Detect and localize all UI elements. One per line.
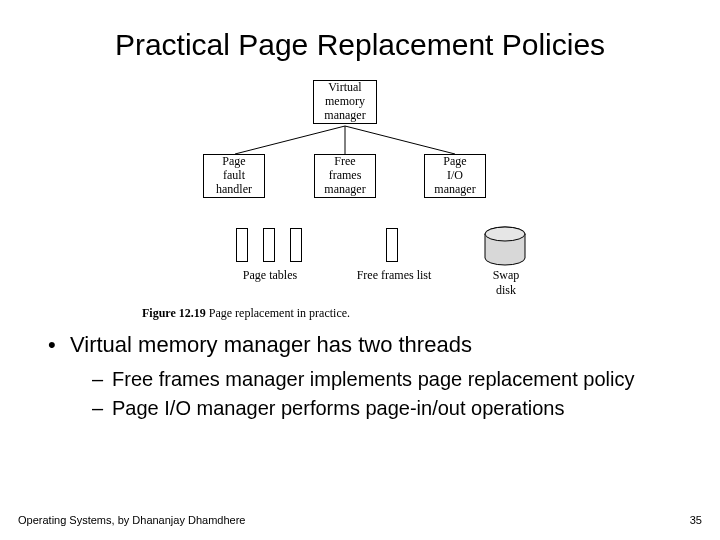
sub-bullet-2: – Page I/O manager performs page-in/out … bbox=[92, 395, 680, 422]
slide: Practical Page Replacement Policies Virt… bbox=[0, 0, 720, 540]
sub-bullet-group: – Free frames manager implements page re… bbox=[48, 366, 680, 422]
page-table-rect-2 bbox=[263, 228, 275, 262]
footer: Operating Systems, by Dhananjay Dhamdher… bbox=[18, 514, 702, 526]
page-table-rect-3 bbox=[290, 228, 302, 262]
svg-point-4 bbox=[485, 227, 525, 241]
bullet-main-text: Virtual memory manager has two threads bbox=[70, 330, 472, 360]
free-frames-rect bbox=[386, 228, 398, 262]
sub-bullet-1: – Free frames manager implements page re… bbox=[92, 366, 680, 393]
page-table-rect-1 bbox=[236, 228, 248, 262]
footer-credit: Operating Systems, by Dhananjay Dhamdher… bbox=[18, 514, 245, 526]
figure-caption-text: Page replacement in practice. bbox=[209, 306, 350, 320]
figure-caption-prefix: Figure 12.19 bbox=[142, 306, 206, 320]
page-tables-label: Page tables bbox=[230, 268, 310, 283]
dash-icon: – bbox=[92, 366, 112, 393]
slide-title: Practical Page Replacement Policies bbox=[40, 28, 680, 62]
free-frames-list-label: Free frames list bbox=[348, 268, 440, 283]
bullet-dot-icon: • bbox=[48, 330, 70, 360]
sub-bullet-2-text: Page I/O manager performs page-in/out op… bbox=[112, 395, 564, 422]
figure-area: Virtual memory manager Page fault handle… bbox=[130, 80, 590, 320]
svg-line-0 bbox=[235, 126, 345, 154]
swap-disk-label: Swap disk bbox=[486, 268, 526, 298]
node-page-io-manager: Page I/O manager bbox=[424, 154, 486, 198]
page-number: 35 bbox=[690, 514, 702, 526]
bullet-main: • Virtual memory manager has two threads bbox=[48, 330, 680, 360]
swap-disk-icon bbox=[482, 226, 528, 270]
figure-caption: Figure 12.19 Page replacement in practic… bbox=[142, 306, 350, 321]
node-free-frames-manager: Free frames manager bbox=[314, 154, 376, 198]
node-page-fault-handler: Page fault handler bbox=[203, 154, 265, 198]
dash-icon: – bbox=[92, 395, 112, 422]
node-vm-manager: Virtual memory manager bbox=[313, 80, 377, 124]
svg-line-2 bbox=[345, 126, 455, 154]
bullet-list: • Virtual memory manager has two threads… bbox=[40, 330, 680, 422]
sub-bullet-1-text: Free frames manager implements page repl… bbox=[112, 366, 634, 393]
